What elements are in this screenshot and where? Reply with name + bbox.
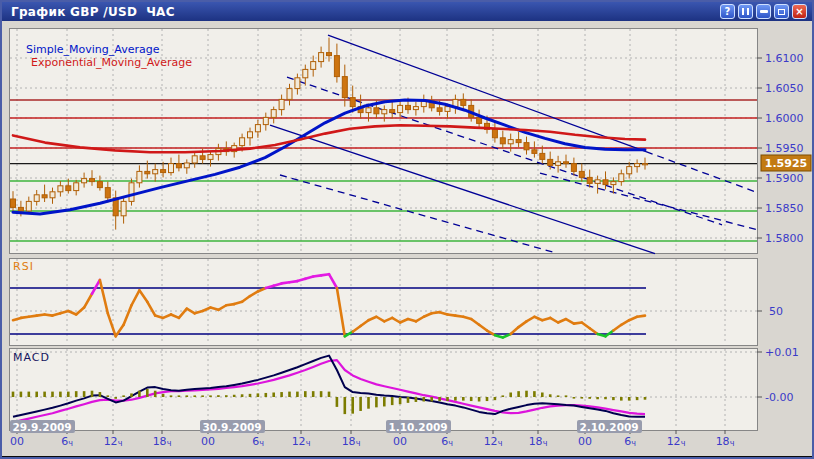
macd-histogram-bar — [304, 391, 307, 397]
help-icon: ? — [725, 7, 731, 17]
time-tick-label: 12ч — [292, 435, 311, 448]
macd-histogram-bar — [122, 395, 125, 397]
macd-histogram-bar — [430, 397, 433, 402]
macd-histogram-bar — [644, 397, 647, 400]
macd-histogram-bar — [407, 397, 410, 403]
candle — [516, 140, 521, 143]
macd-histogram-bar — [35, 392, 38, 397]
minimize-button[interactable] — [756, 4, 771, 19]
macd-histogram-bar — [423, 397, 426, 402]
candle — [50, 192, 55, 198]
macd-histogram-bar — [170, 395, 173, 397]
candle — [208, 155, 213, 160]
restore-icon — [778, 9, 785, 15]
time-tick-label: 18ч — [716, 435, 735, 448]
macd-histogram-bar — [541, 393, 544, 398]
candle — [11, 199, 16, 207]
candle — [461, 99, 466, 105]
macd-histogram-bar — [67, 392, 70, 397]
macd-histogram-bar — [296, 392, 299, 397]
close-button[interactable]: × — [792, 4, 807, 19]
time-tick-label: 18ч — [153, 435, 172, 448]
macd-histogram-bar — [612, 397, 615, 400]
macd-panel — [10, 349, 758, 431]
macd-histogram-bar — [257, 393, 260, 397]
macd-histogram-bar — [588, 397, 591, 399]
macd-histogram-bar — [233, 395, 236, 397]
macd-histogram-bar — [375, 397, 378, 407]
current-price-tag: 1.5925 — [761, 155, 811, 171]
macd-histogram-bar — [351, 397, 354, 414]
restore-button[interactable] — [774, 4, 789, 19]
candle — [579, 171, 584, 177]
candle — [635, 164, 640, 167]
macd-histogram-bar — [225, 395, 228, 397]
date-box-label: 29.9.2009 — [12, 421, 71, 433]
candle — [334, 56, 339, 77]
window-titlebar[interactable]: График GBP /USD ЧАС ? × — [2, 2, 812, 21]
macd-tick-label: -0.00 — [765, 391, 793, 404]
macd-histogram-bar — [201, 395, 204, 397]
macd-histogram-bar — [525, 391, 528, 397]
macd-histogram-bar — [12, 392, 15, 397]
candle — [390, 110, 395, 113]
candle — [611, 182, 616, 185]
candle — [137, 171, 142, 182]
macd-histogram-bar — [391, 397, 394, 405]
candle — [524, 143, 529, 150]
price-tick-label: 1.5900 — [765, 172, 804, 185]
macd-panel-label: MACD — [13, 351, 50, 364]
candle — [445, 107, 450, 112]
macd-histogram-bar — [59, 392, 62, 397]
macd-histogram-bar — [83, 391, 86, 397]
panels — [10, 29, 758, 431]
macd-histogram-bar — [154, 391, 157, 397]
macd-histogram-bar — [91, 391, 94, 397]
candle — [279, 99, 284, 109]
macd-histogram-bar — [359, 397, 362, 411]
macd-histogram-bar — [581, 397, 584, 399]
macd-histogram-bar — [502, 395, 505, 397]
candle — [271, 110, 276, 118]
rsi-panel — [10, 259, 758, 346]
macd-histogram-bar — [138, 391, 141, 397]
time-tick-label: 6ч — [441, 435, 453, 448]
macd-histogram-bar — [336, 397, 339, 407]
macd-histogram-bar — [265, 393, 268, 397]
macd-histogram-bar — [557, 395, 560, 397]
candle — [532, 150, 537, 154]
chart-window: 006ч12ч18ч006ч12ч18ч006ч12ч18ч006ч12ч18ч… — [0, 0, 814, 459]
candle — [200, 156, 205, 160]
legend-sma-label: Simple_Moving_Average — [26, 43, 159, 56]
macd-histogram-bar — [549, 394, 552, 397]
macd-histogram-bar — [470, 397, 473, 401]
pause-button[interactable] — [738, 4, 753, 19]
candle — [263, 117, 268, 124]
candle — [287, 89, 292, 100]
candle — [319, 53, 324, 62]
candle — [437, 108, 442, 112]
macd-histogram-bar — [209, 395, 212, 397]
minimize-icon — [760, 10, 768, 13]
candle — [303, 69, 308, 77]
help-button[interactable]: ? — [720, 4, 735, 19]
macd-histogram-bar — [320, 391, 323, 397]
window-title: График GBP /USD ЧАС — [11, 5, 175, 19]
macd-histogram-bar — [478, 397, 481, 402]
candle — [350, 98, 355, 107]
candle — [18, 207, 23, 211]
date-box-label: 30.9.2009 — [202, 421, 261, 433]
candle — [121, 201, 126, 215]
candle — [508, 140, 513, 144]
candle — [295, 78, 300, 89]
macd-histogram-bar — [28, 392, 31, 397]
macd-histogram-bar — [130, 393, 133, 397]
macd-histogram-bar — [51, 392, 54, 397]
macd-histogram-bar — [75, 391, 78, 397]
time-tick-label: 18ч — [529, 435, 548, 448]
macd-histogram-bar — [415, 397, 418, 402]
candle — [413, 107, 418, 110]
time-tick-label: 00 — [578, 435, 592, 448]
macd-histogram-bar — [162, 394, 165, 397]
macd-histogram-bar — [114, 397, 117, 399]
